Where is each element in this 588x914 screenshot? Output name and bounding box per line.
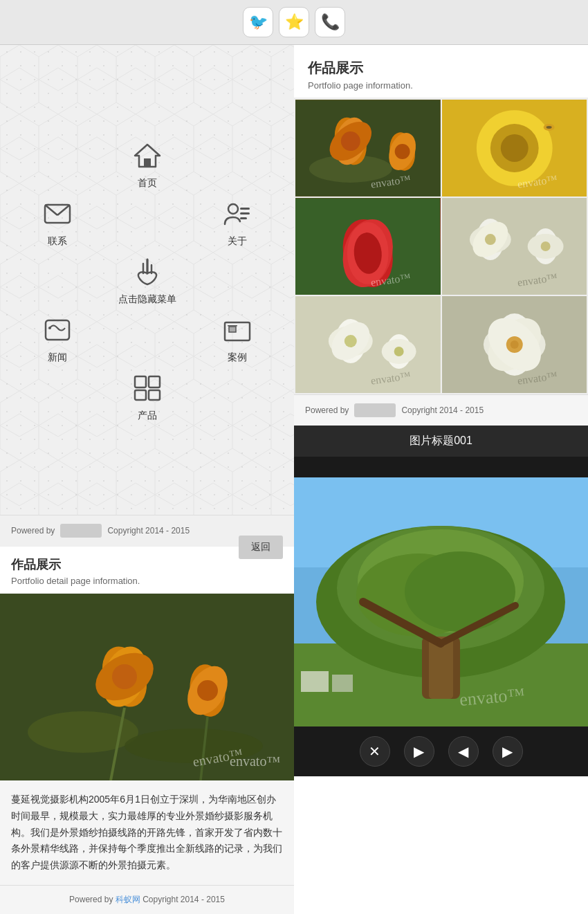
menu-item-cases[interactable]: 案例 bbox=[220, 313, 255, 364]
right-copyright: Copyright 2014 - 2015 bbox=[401, 405, 484, 415]
svg-rect-17 bbox=[135, 376, 146, 387]
photo-thumb-2[interactable]: envato™ bbox=[442, 100, 587, 196]
copyright-bottom: Copyright 2014 - 2015 bbox=[143, 895, 225, 904]
right-footer: Powered by Copyright 2014 - 2015 bbox=[294, 394, 588, 426]
photo-thumb-6[interactable]: envato™ bbox=[442, 296, 587, 393]
hand-icon bbox=[130, 255, 165, 289]
right-powered-by: Powered by bbox=[305, 405, 349, 415]
news-label: 新闻 bbox=[48, 351, 67, 364]
hidden-label: 点击隐藏菜单 bbox=[118, 293, 176, 306]
main-content: 首页 联系 bbox=[0, 45, 588, 914]
svg-point-64 bbox=[540, 241, 550, 251]
svg-point-47 bbox=[500, 134, 528, 162]
svg-rect-7 bbox=[240, 212, 250, 214]
svg-rect-20 bbox=[149, 390, 160, 400]
svg-rect-8 bbox=[240, 217, 247, 219]
menu-item-contact[interactable]: 联系 bbox=[40, 196, 75, 248]
svg-rect-96 bbox=[332, 675, 353, 692]
right-subtitle: Portfolio page information. bbox=[308, 80, 574, 91]
menu-grid: 首页 联系 bbox=[2, 118, 293, 443]
svg-point-61 bbox=[484, 234, 495, 245]
svg-point-13 bbox=[48, 327, 51, 329]
phone-button[interactable]: 📞 bbox=[315, 7, 345, 37]
menu-item-hidden[interactable]: 点击隐藏菜单 bbox=[118, 255, 176, 306]
svg-point-73 bbox=[394, 347, 404, 356]
right-top: 作品展示 Portfolio page information. bbox=[294, 45, 588, 98]
play-control-button[interactable]: ▶ bbox=[404, 736, 434, 767]
back-button[interactable]: 返回 bbox=[239, 536, 283, 559]
brand-name: 科蚁网 bbox=[116, 895, 140, 904]
svg-point-81 bbox=[510, 340, 518, 349]
photo-thumb-4[interactable]: envato™ bbox=[442, 198, 587, 295]
portfolio-detail-subtitle: Portfolio detail page information. bbox=[11, 576, 283, 586]
about-label: 关于 bbox=[228, 235, 247, 248]
menu-item-product[interactable]: 产品 bbox=[130, 371, 165, 422]
powered-logo bbox=[60, 524, 102, 538]
photo-thumb-1[interactable]: envato™ bbox=[295, 100, 441, 196]
image-detail-panel: 图片标题001 bbox=[294, 426, 588, 776]
image-detail-image: envato™ bbox=[294, 477, 588, 726]
cases-label: 案例 bbox=[228, 351, 247, 364]
svg-line-4 bbox=[57, 205, 70, 215]
portfolio-section: 返回 作品展示 Portfolio detail page informatio… bbox=[0, 546, 294, 593]
svg-point-30 bbox=[197, 680, 218, 701]
svg-rect-18 bbox=[149, 376, 160, 387]
left-panel: 首页 联系 bbox=[0, 45, 294, 914]
menu-item-news[interactable]: 新闻 bbox=[40, 313, 75, 364]
about-icon bbox=[220, 196, 255, 231]
detail-text: 蔓延视觉摄影机构2005年6月1日创立于深圳，为华南地区创办时间最早，规模最大，… bbox=[0, 780, 294, 885]
menu-item-about[interactable]: 关于 bbox=[220, 196, 255, 248]
hex-menu: 首页 联系 bbox=[0, 45, 294, 515]
svg-point-42 bbox=[395, 144, 410, 159]
menu-item-home[interactable]: 首页 bbox=[130, 138, 165, 190]
home-icon bbox=[130, 138, 165, 173]
image-detail-title: 图片标题001 bbox=[294, 426, 588, 457]
product-icon bbox=[130, 371, 165, 405]
cases-icon bbox=[220, 313, 255, 347]
svg-rect-95 bbox=[301, 671, 329, 692]
contact-icon bbox=[40, 196, 75, 231]
product-label: 产品 bbox=[138, 410, 157, 422]
close-control-button[interactable]: ✕ bbox=[360, 736, 390, 767]
right-title: 作品展示 bbox=[308, 59, 574, 77]
news-icon bbox=[40, 313, 75, 347]
star-button[interactable]: ⭐ bbox=[279, 7, 309, 37]
weibo-button[interactable]: 🐦 bbox=[243, 7, 273, 37]
home-label: 首页 bbox=[138, 177, 157, 190]
top-bar: 🐦 ⭐ 📞 bbox=[0, 0, 588, 45]
svg-rect-34 bbox=[295, 100, 441, 196]
next-control-button[interactable]: ▶ bbox=[493, 736, 523, 767]
svg-point-27 bbox=[112, 664, 137, 689]
prev-control-button[interactable]: ◀ bbox=[448, 736, 479, 767]
svg-point-39 bbox=[341, 131, 360, 151]
svg-rect-12 bbox=[46, 320, 69, 340]
svg-rect-1 bbox=[144, 158, 151, 167]
svg-rect-6 bbox=[240, 208, 250, 210]
photo-grid: envato™ envato™ bbox=[294, 98, 588, 394]
svg-point-70 bbox=[344, 335, 357, 347]
image-detail-desc bbox=[294, 457, 588, 477]
powered-by-bottom: Powered by bbox=[69, 895, 113, 904]
copyright-label: Copyright 2014 - 2015 bbox=[107, 526, 190, 536]
svg-rect-57 bbox=[442, 198, 587, 295]
right-panel: 作品展示 Portfolio page information. envato™ bbox=[294, 45, 588, 914]
svg-rect-16 bbox=[228, 325, 237, 327]
svg-rect-19 bbox=[135, 390, 146, 400]
svg-point-5 bbox=[228, 204, 238, 214]
svg-rect-15 bbox=[229, 327, 236, 332]
detail-flower-image: envato™ bbox=[0, 594, 294, 780]
left-bottom-footer: Powered by 科蚁网 Copyright 2014 - 2015 bbox=[0, 885, 294, 914]
svg-line-3 bbox=[45, 205, 57, 215]
powered-by-label: Powered by bbox=[11, 526, 55, 536]
right-powered-logo bbox=[354, 403, 396, 417]
image-controls: ✕ ▶ ◀ ▶ bbox=[294, 726, 588, 776]
svg-point-49 bbox=[546, 126, 551, 129]
photo-thumb-5[interactable]: envato™ bbox=[295, 296, 441, 393]
contact-label: 联系 bbox=[48, 235, 67, 248]
detail-image-section: envato™ bbox=[0, 593, 294, 780]
photo-thumb-3[interactable]: envato™ bbox=[295, 198, 441, 295]
svg-point-90 bbox=[405, 551, 515, 632]
